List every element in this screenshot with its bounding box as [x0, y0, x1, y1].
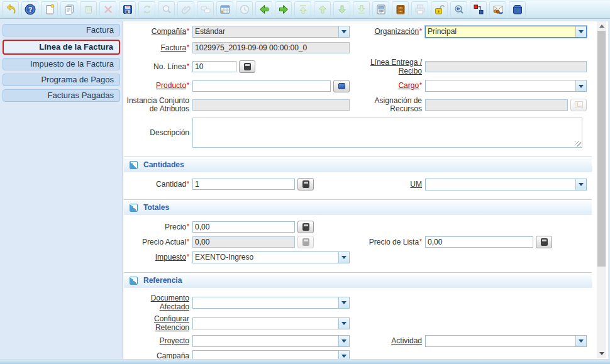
tab-programa-de-pagos[interactable]: Programa de Pagos [3, 74, 120, 86]
campana-combobox[interactable] [192, 350, 350, 359]
configurar-retencion-dropdown-button[interactable] [338, 318, 349, 329]
grid-toggle-button[interactable] [216, 1, 233, 18]
organizacion-dropdown-button[interactable] [575, 26, 586, 37]
collapse-toggle-icon[interactable] [130, 277, 138, 285]
cargo-dropdown-button[interactable] [575, 80, 586, 91]
campana-dropdown-button[interactable] [338, 351, 349, 359]
organizacion-combobox[interactable]: Principal [425, 26, 587, 38]
help-button[interactable]: ? [21, 1, 38, 18]
configurar-retencion-label: Configurar Retencion [124, 314, 189, 333]
tab-linea-de-la-factura[interactable]: Línea de la Factura [3, 40, 120, 55]
zoom-across-button[interactable] [450, 1, 467, 18]
compania-combobox[interactable]: Estándar [192, 26, 350, 38]
undo-button[interactable] [2, 1, 19, 18]
workflow-icon [472, 3, 485, 16]
delete-selection-icon [102, 3, 114, 16]
vertical-scrollbar[interactable] [597, 21, 606, 358]
scroll-up-button[interactable] [597, 21, 606, 30]
impuesto-combobox[interactable]: EXENTO-Ingreso [192, 251, 350, 263]
chevron-down-icon [579, 85, 584, 91]
delete-record-icon [82, 3, 95, 16]
proyecto-combobox[interactable] [192, 335, 350, 347]
refresh-icon [141, 3, 153, 16]
bottom-bar [0, 359, 610, 364]
chevron-down-icon [341, 301, 347, 307]
chevron-down-icon [579, 30, 584, 36]
um-combobox[interactable] [425, 179, 587, 190]
actividad-combobox[interactable] [425, 335, 587, 347]
tab-impuesto-de-la-factura[interactable]: Impuesto de la Factura [3, 58, 120, 70]
tab-factura[interactable]: Factura [3, 24, 120, 36]
copy-record-button[interactable] [60, 1, 77, 18]
scroll-down-button[interactable] [597, 350, 606, 358]
collapse-toggle-icon[interactable] [130, 161, 138, 169]
producto-field[interactable] [192, 80, 331, 92]
precio-actual-calculator-button [297, 236, 314, 248]
producto-search-button[interactable] [333, 80, 350, 92]
no-linea-field[interactable] [192, 61, 236, 72]
svg-text:?: ? [28, 6, 32, 13]
compania-dropdown-button[interactable] [338, 26, 349, 37]
producto-label: Producto* [124, 81, 189, 91]
print-button [411, 1, 428, 18]
chevron-down-icon [579, 183, 584, 189]
compania-value: Estándar [193, 26, 338, 37]
documento-afectado-label: Documento Afectado [124, 294, 189, 312]
precio-lista-field[interactable] [425, 236, 533, 248]
new-record-button[interactable] [41, 1, 58, 18]
cantidades-section-header: Cantidades [124, 157, 592, 172]
form-panel: Compañía* Estándar Organización* Princip… [124, 21, 592, 359]
product-info-button[interactable] [509, 1, 526, 18]
product-info-icon [511, 3, 524, 16]
um-dropdown-button[interactable] [575, 179, 586, 190]
configurar-retencion-value [193, 318, 338, 329]
request-button[interactable] [489, 1, 506, 18]
report-button[interactable] [372, 1, 389, 18]
cantidad-label: Cantidad* [124, 180, 189, 189]
chevron-down-icon [341, 322, 347, 328]
resize-handle-icon[interactable] [575, 141, 581, 146]
collapse-toggle-icon[interactable] [130, 204, 138, 212]
calculator-icon [302, 223, 309, 231]
detail-record-button[interactable] [275, 1, 292, 18]
cargo-combobox[interactable] [425, 80, 587, 92]
previous-record-button [314, 1, 331, 18]
help-icon: ? [24, 3, 36, 16]
impuesto-dropdown-button[interactable] [338, 252, 349, 263]
workflow-button[interactable] [470, 1, 487, 18]
um-value [426, 179, 575, 190]
parent-record-button[interactable] [255, 1, 272, 18]
save-button[interactable] [119, 1, 136, 18]
chevron-down-icon [341, 355, 347, 359]
descripcion-field[interactable] [192, 118, 582, 148]
scrollbar-thumb[interactable] [597, 31, 606, 267]
delete-selection-button [99, 1, 116, 18]
precio-field[interactable] [192, 221, 295, 233]
precio-actual-label: Precio Actual* [124, 238, 189, 247]
no-linea-calculator-button[interactable] [239, 60, 255, 73]
asignacion-recursos-field [425, 99, 568, 111]
documento-afectado-combobox[interactable] [192, 297, 350, 309]
previous-record-icon [316, 3, 329, 16]
configurar-retencion-combobox[interactable] [192, 317, 350, 329]
schedule-icon [575, 101, 583, 108]
proyecto-dropdown-button[interactable] [338, 336, 349, 346]
impuesto-value: EXENTO-Ingreso [193, 252, 338, 263]
tab-facturas-pagadas[interactable]: Facturas Pagadas [3, 89, 120, 102]
cantidades-section-title: Cantidades [143, 160, 184, 169]
actividad-dropdown-button[interactable] [575, 336, 586, 346]
save-icon [121, 3, 134, 16]
precio-label: Precio* [124, 223, 189, 232]
cantidad-calculator-button[interactable] [297, 178, 314, 190]
documento-afectado-dropdown-button[interactable] [338, 297, 349, 308]
calculator-icon [244, 63, 251, 70]
report-icon [375, 3, 387, 16]
precio-lista-calculator-button[interactable] [536, 236, 552, 248]
archive-button[interactable] [392, 1, 409, 18]
precio-calculator-button[interactable] [297, 221, 314, 233]
lock-button[interactable] [431, 1, 448, 18]
last-record-icon [355, 3, 368, 16]
cantidad-field[interactable] [192, 179, 295, 190]
campana-value [193, 351, 338, 359]
first-record-icon [297, 3, 309, 16]
